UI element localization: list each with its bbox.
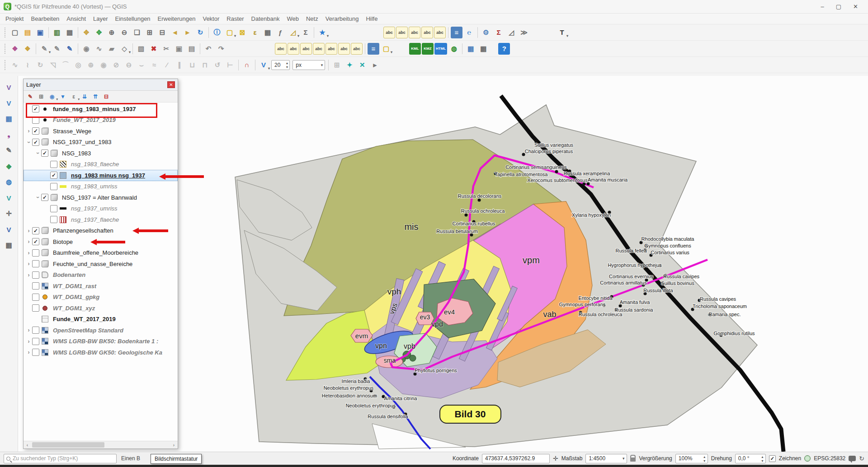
- locator-search-input[interactable]: Zu suchender Typ (Strg+K): [4, 454, 117, 463]
- layer-checkbox[interactable]: [32, 294, 39, 301]
- processing-toolbox-icon[interactable]: ⚙: [480, 27, 492, 38]
- field-calculator-icon[interactable]: ƒ: [274, 27, 286, 38]
- epsg-code[interactable]: EPSG:25832: [814, 455, 845, 462]
- layer-checkbox[interactable]: [32, 282, 39, 290]
- style-manager-icon[interactable]: ❖: [9, 43, 21, 55]
- offset-curve-icon[interactable]: ≈: [148, 59, 160, 71]
- filter-legend-icon[interactable]: ▼: [58, 92, 68, 101]
- expander-closed-icon[interactable]: ›: [25, 272, 32, 278]
- layer-row[interactable]: WT_DGM1_xyz: [24, 303, 178, 314]
- layer-checkbox[interactable]: ✓: [41, 194, 48, 201]
- pin-labels-icon[interactable]: abc: [288, 43, 299, 55]
- layer-row[interactable]: ›✓NSG_1937_und_1983: [24, 137, 178, 148]
- layer-checkbox[interactable]: [50, 183, 57, 190]
- vertex-tool-icon[interactable]: ◇: [118, 43, 130, 55]
- scale-feature-icon[interactable]: ◹: [47, 59, 59, 71]
- select-features-icon[interactable]: ▢: [224, 27, 236, 38]
- messages-icon[interactable]: [849, 456, 856, 461]
- new-temporary-scratch-layer-icon[interactable]: V: [3, 97, 15, 109]
- layer-checkbox[interactable]: [32, 338, 39, 345]
- show-labels-icon[interactable]: abc: [275, 43, 287, 55]
- text-annotation-icon[interactable]: T: [556, 27, 568, 38]
- coordinate-capture-icon[interactable]: V: [3, 224, 15, 235]
- layer-checkbox[interactable]: ✓: [32, 127, 39, 135]
- layer-row[interactable]: ›OpenStreetMap Standard: [24, 325, 178, 336]
- zoom-next-icon[interactable]: ►: [182, 27, 193, 38]
- add-point-feature-icon[interactable]: ◉: [80, 43, 92, 55]
- layer-styling-panel-icon[interactable]: ❖: [22, 43, 33, 55]
- stream-digitizing-icon[interactable]: ≀: [22, 59, 33, 71]
- diagram-options-icon[interactable]: abc: [351, 43, 363, 55]
- layer-row[interactable]: ›✓NSG_1983: [24, 148, 178, 159]
- snapping-options-icon[interactable]: ∩: [241, 59, 253, 71]
- open-attribute-table-icon[interactable]: ▦: [262, 27, 274, 38]
- merge-attributes-icon[interactable]: ⊓: [199, 59, 211, 71]
- layer-row[interactable]: ›✓NSG_1937 = Alter Bannwald: [24, 192, 178, 203]
- layer-checkbox[interactable]: [32, 271, 39, 279]
- expander-closed-icon[interactable]: ›: [25, 327, 32, 333]
- maximize-button[interactable]: ▢: [836, 3, 841, 10]
- fill-ring-icon[interactable]: ◉: [98, 59, 109, 71]
- zoom-full-extent-icon[interactable]: ❏: [131, 27, 143, 38]
- crs-globe-icon[interactable]: [804, 455, 811, 462]
- layer-panel-titlebar[interactable]: Layer ✕: [24, 79, 178, 91]
- digitize-with-curve-icon[interactable]: ∿: [9, 59, 21, 71]
- toolbar-handle[interactable]: [5, 60, 7, 70]
- split-parts-icon[interactable]: ∥: [174, 59, 185, 71]
- add-group-icon[interactable]: ⊞: [36, 92, 46, 101]
- zeichnen-checkbox[interactable]: ✓: [769, 455, 776, 462]
- paste-features-icon[interactable]: ▤: [186, 43, 198, 55]
- scrollbar-thumb[interactable]: [32, 442, 104, 448]
- menu-einstellungen[interactable]: Einstellungen: [112, 14, 154, 23]
- vertex-marker-icon[interactable]: V: [258, 59, 269, 71]
- simplify-feature-icon[interactable]: ⌒: [60, 59, 71, 71]
- menu-layer[interactable]: Layer: [90, 14, 112, 23]
- add-delimited-text-layer-icon[interactable]: ❟: [3, 129, 15, 140]
- statistics-panel-icon[interactable]: Σ: [493, 27, 505, 38]
- zoom-to-selection-icon[interactable]: ⊞: [144, 27, 156, 38]
- identify-features-icon[interactable]: ⓘ: [211, 27, 223, 38]
- open-project-icon[interactable]: ▤: [22, 27, 33, 38]
- menu-erweiterungen[interactable]: Erweiterungen: [154, 14, 199, 23]
- filter-by-expression-icon[interactable]: ε: [69, 92, 79, 101]
- lock-scale-icon[interactable]: [630, 458, 636, 462]
- expander-closed-icon[interactable]: ›: [25, 228, 32, 234]
- expander-closed-icon[interactable]: ›: [25, 250, 32, 256]
- snapping-tolerance-spinner[interactable]: 20▲▼: [271, 60, 290, 70]
- menu-ansicht[interactable]: Ansicht: [63, 14, 90, 23]
- move-label-icon[interactable]: abc: [434, 27, 446, 38]
- menu-raster[interactable]: Raster: [223, 14, 247, 23]
- zoom-to-layer-icon[interactable]: ⊟: [156, 27, 168, 38]
- layer-checkbox[interactable]: [32, 327, 39, 334]
- modify-attributes-icon[interactable]: ▧: [135, 43, 147, 55]
- snapping-on-intersection-icon[interactable]: ✕: [356, 59, 368, 71]
- db-manager-icon[interactable]: ≡: [451, 27, 462, 38]
- reshape-features-icon[interactable]: ⌣: [136, 59, 147, 71]
- layer-row[interactable]: ›Bodenarten: [24, 270, 178, 281]
- layer-checkbox[interactable]: [50, 205, 57, 212]
- toolbar-handle[interactable]: [5, 28, 7, 37]
- toggle-editing-icon[interactable]: ✎: [51, 43, 63, 55]
- add-part-icon[interactable]: ⊕: [85, 59, 97, 71]
- minimize-button[interactable]: –: [821, 3, 824, 10]
- attribute-grid-2-icon[interactable]: ▦: [477, 43, 489, 55]
- attribute-grid-1-icon[interactable]: ▦: [465, 43, 476, 55]
- layer-panel-scrollbar[interactable]: ‹ ›: [24, 441, 178, 448]
- select-by-expression-icon[interactable]: ε: [249, 27, 261, 38]
- layer-row[interactable]: WT_DGM1_rast: [24, 280, 178, 292]
- pan-to-selection-icon[interactable]: ✥: [93, 27, 105, 38]
- select-by-location-icon[interactable]: ▢: [380, 43, 392, 55]
- menu-datenbank[interactable]: Datenbank: [248, 14, 283, 23]
- zoom-out-icon[interactable]: ⊖: [118, 27, 130, 38]
- menu-verarbeitung[interactable]: Verarbeitung: [322, 14, 363, 23]
- layer-checkbox[interactable]: [32, 349, 39, 356]
- rotate-point-symbols-icon[interactable]: ↺: [212, 59, 223, 71]
- layer-row[interactable]: nsg_1983_flaeche: [24, 159, 178, 170]
- menu-web[interactable]: Web: [283, 14, 302, 23]
- expand-all-icon[interactable]: ⇊: [80, 92, 90, 101]
- save-layer-edits-icon[interactable]: ✎: [64, 43, 75, 55]
- layer-panel-close-button[interactable]: ✕: [167, 81, 175, 88]
- enable-tracing-icon[interactable]: ✦: [344, 59, 355, 71]
- menu-projekt[interactable]: Projekt: [2, 14, 27, 23]
- new-mesh-layer-icon[interactable]: V: [3, 192, 15, 204]
